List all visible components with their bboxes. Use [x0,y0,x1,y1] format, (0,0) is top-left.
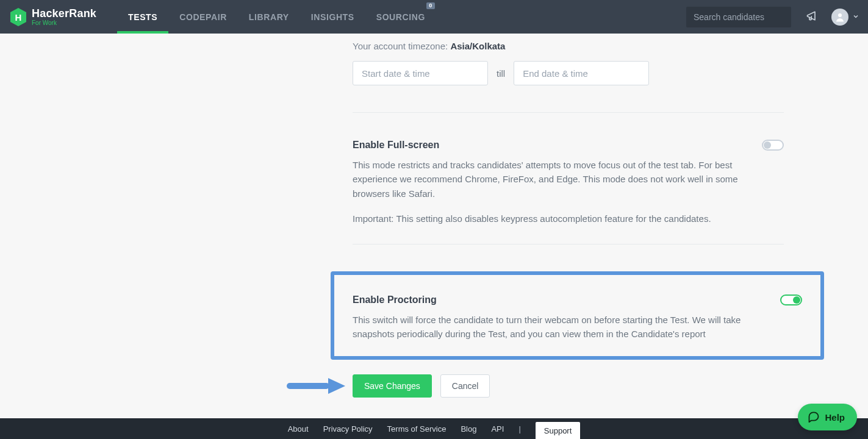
section-divider [353,244,784,244]
footer-api[interactable]: API [491,424,504,434]
svg-text:H: H [15,12,22,23]
timezone-prefix: Your account timezone: [353,41,450,51]
chevron-down-icon [852,12,859,23]
nav-insights[interactable]: INSIGHTS [300,0,365,34]
setting-title: Enable Full-screen [353,140,747,151]
timezone-line: Your account timezone: Asia/Kolkata [353,41,790,51]
svg-marker-4 [328,378,345,394]
svg-rect-3 [287,383,329,389]
setting-desc: This switch will force the candidate to … [353,313,749,341]
nav-badge: 0 [426,2,435,9]
arrow-annotation-icon [287,376,348,399]
nav-label: CODEPAIR [179,12,227,22]
nav-label: INSIGHTS [311,12,354,22]
setting-fullscreen: Enable Full-screen This mode restricts a… [353,140,784,226]
search-input[interactable] [686,7,791,27]
main: Your account timezone: Asia/Kolkata till… [0,34,868,418]
footer-terms[interactable]: Terms of Service [387,424,447,434]
date-range-row: till [353,61,790,85]
setting-title: Enable Proctoring [353,294,766,305]
brand-subline: For Work [32,20,96,26]
cancel-button[interactable]: Cancel [440,374,490,398]
setting-desc: This mode restricts and tracks candidate… [353,158,747,201]
nav-library[interactable]: LIBRARY [238,0,300,34]
top-navbar: H HackerRank For Work TESTS CODEPAIR LIB… [0,0,868,34]
nav-label: LIBRARY [249,12,289,22]
end-datetime-input[interactable] [514,61,649,85]
nav-sourcing[interactable]: SOURCING 0 [365,0,436,34]
brand[interactable]: H HackerRank For Work [10,7,96,27]
section-divider [353,112,784,113]
timezone-value: Asia/Kolkata [450,41,505,51]
date-range-separator: till [497,68,505,79]
avatar-icon [831,9,848,26]
fullscreen-toggle[interactable] [762,140,784,151]
highlight-annotation: Enable Proctoring This switch will force… [331,271,824,360]
brand-name: HackerRank [32,8,96,19]
setting-proctoring: Enable Proctoring This switch will force… [353,294,802,341]
speech-bubble-icon [808,410,820,424]
form-actions: Save Changes Cancel [353,374,790,398]
megaphone-icon[interactable] [806,10,818,24]
settings-panel: Your account timezone: Asia/Kolkata till… [353,34,790,418]
start-datetime-input[interactable] [353,61,488,85]
nav-label: TESTS [128,12,157,22]
help-widget[interactable]: Help [798,404,857,430]
help-label: Help [825,412,845,423]
footer: About Privacy Policy Terms of Service Bl… [0,418,868,439]
footer-blog[interactable]: Blog [461,424,476,434]
footer-about[interactable]: About [288,424,309,434]
footer-privacy[interactable]: Privacy Policy [323,424,373,434]
footer-separator: | [518,424,520,434]
nav-codepair[interactable]: CODEPAIR [168,0,238,34]
brand-logo-icon: H [10,7,27,27]
primary-nav: TESTS CODEPAIR LIBRARY INSIGHTS SOURCING… [117,0,436,34]
footer-support[interactable]: Support [536,422,581,439]
user-menu[interactable] [831,9,859,26]
topbar-right [686,7,859,27]
setting-desc-important: Important: This setting also disables ke… [353,212,747,226]
save-button[interactable]: Save Changes [353,374,432,398]
nav-label: SOURCING [376,12,425,22]
nav-tests[interactable]: TESTS [117,0,168,34]
proctoring-toggle[interactable] [780,294,802,305]
svg-point-2 [838,13,842,17]
